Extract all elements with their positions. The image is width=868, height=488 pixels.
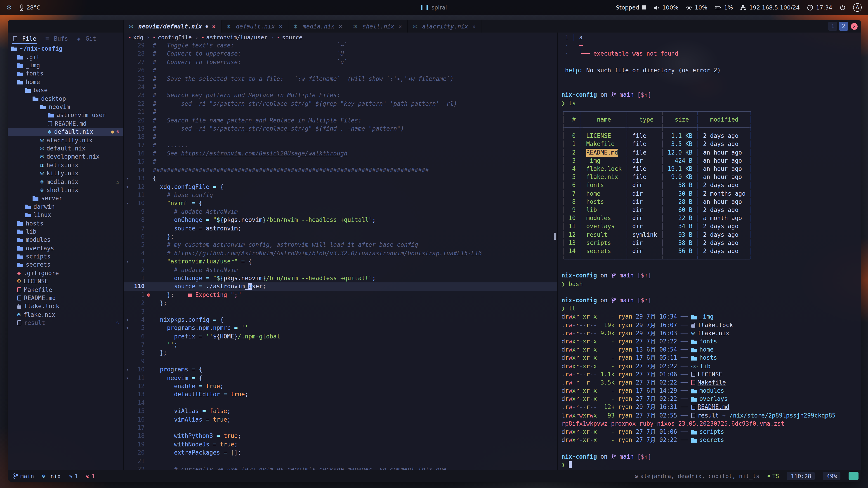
code-token: ########################################… bbox=[153, 167, 429, 173]
buffer-tab-default.nix[interactable]: ❄default.nix× bbox=[221, 20, 288, 33]
breadcrumb-seg-xdg[interactable]: ▪xdg bbox=[128, 34, 143, 40]
battery-widget[interactable]: 1% bbox=[715, 4, 733, 11]
tree-item-astronvim_user[interactable]: astronvim_user bbox=[8, 111, 123, 119]
tree-root[interactable]: ~/nix-config bbox=[8, 44, 123, 53]
field-icon: ▪ bbox=[128, 35, 131, 39]
close-buffer-button[interactable]: × bbox=[279, 23, 283, 30]
perm-char: x bbox=[593, 387, 597, 395]
prompt-chevron: ❯ bbox=[561, 280, 568, 288]
md-icon bbox=[48, 121, 52, 126]
tree-item-README.md[interactable]: README.md bbox=[8, 119, 123, 128]
perm-char: r bbox=[576, 379, 579, 387]
line-number: 9 bbox=[131, 357, 145, 366]
tree-item-default.nix[interactable]: ❄default.nix bbox=[8, 144, 123, 153]
tree-item-helix.nix[interactable]: ≋helix.nix bbox=[8, 161, 123, 169]
tree-item-server[interactable]: server bbox=[8, 194, 123, 202]
t-tbl: │ bbox=[749, 198, 753, 206]
code-token: withNodeJs bbox=[174, 441, 210, 448]
terminal-pane[interactable]: 1 │ a · ┬ · ╰── executable was not found… bbox=[558, 33, 861, 470]
git-branch[interactable]: main bbox=[13, 473, 34, 479]
tree-item-shell.nix[interactable]: ❄shell.nix bbox=[8, 186, 123, 194]
tabpage-1[interactable]: 1 bbox=[828, 22, 837, 31]
tree-item-neovim[interactable]: neovim bbox=[8, 103, 123, 111]
tree-item-development.nix[interactable]: ❄development.nix bbox=[8, 153, 123, 161]
tree-item-flake.nix[interactable]: ❄flake.nix bbox=[8, 311, 123, 319]
close-window-button[interactable]: × bbox=[851, 23, 858, 30]
brightness-widget[interactable]: 10% bbox=[686, 4, 708, 11]
code-token: { bbox=[220, 183, 223, 190]
neotree-source-Bufs[interactable]: ≡Bufs bbox=[44, 34, 69, 43]
tree-item-lib[interactable]: lib bbox=[8, 227, 123, 236]
close-buffer-button[interactable]: × bbox=[339, 23, 342, 30]
tree-item-result[interactable]: result⊙ bbox=[8, 319, 123, 327]
clock-widget[interactable]: 17:34 bbox=[807, 4, 832, 11]
tree-item-_img[interactable]: _img bbox=[8, 61, 123, 70]
t-dim: · bbox=[561, 50, 579, 58]
scrollbar-thumb[interactable] bbox=[554, 233, 556, 240]
table-cell: an hour ago bbox=[703, 149, 745, 157]
table-cell: dir bbox=[632, 190, 657, 198]
code-token: astronvim bbox=[206, 225, 238, 232]
tree-item-kitty.nix[interactable]: ❄kitty.nix bbox=[8, 169, 123, 177]
nix-logo-icon[interactable]: ❄ bbox=[6, 3, 12, 11]
tree-item-LICENSE[interactable]: ©LICENSE bbox=[8, 277, 123, 286]
tree-item-secrets[interactable]: secrets bbox=[8, 261, 123, 269]
keyboard-layout-indicator[interactable]: A bbox=[853, 3, 862, 12]
neotree-source-Git[interactable]: ◈Git bbox=[76, 34, 97, 43]
pause-icon[interactable] bbox=[421, 5, 428, 10]
buffer-tab-media.nix[interactable]: ❄media.nix× bbox=[288, 20, 348, 33]
line-number: 16 bbox=[131, 150, 145, 158]
diagnostic-errors[interactable]: ⊗1 bbox=[86, 473, 95, 479]
code-area[interactable]: 29 # Toggle text's case: `~` 28 # Conver… bbox=[124, 41, 557, 470]
neotree-source-File[interactable]: File bbox=[12, 34, 37, 43]
volume-widget[interactable]: 100% bbox=[653, 4, 679, 11]
tree-item-.gitignore[interactable]: ◈.gitignore bbox=[8, 269, 123, 277]
power-widget[interactable] bbox=[839, 4, 846, 11]
diagnostic-hints[interactable]: ✎1 bbox=[69, 473, 78, 479]
fold-marker bbox=[124, 274, 131, 283]
tree-item-scripts[interactable]: scripts bbox=[8, 252, 123, 261]
tree-item-home[interactable]: home bbox=[8, 78, 123, 86]
nix-icon: ❄ bbox=[293, 23, 297, 30]
perm-char: d bbox=[561, 428, 565, 436]
sign-column bbox=[145, 92, 153, 100]
breadcrumb-seg-configFile[interactable]: ▪configFile bbox=[153, 34, 192, 40]
close-buffer-button[interactable]: × bbox=[472, 23, 476, 30]
lsp-clients: ⚙alejandra, deadnix, copilot, nil_ls bbox=[635, 473, 760, 479]
tree-item-media.nix[interactable]: ❄media.nix⚠ bbox=[8, 177, 123, 186]
table-row: │ 5 │ flake.nix │ file │ 9.0 KB │ an hou… bbox=[561, 173, 861, 181]
table-cell: dir bbox=[632, 239, 657, 247]
tree-item-flake.lock[interactable]: flake.lock bbox=[8, 302, 123, 311]
tree-item-README.md[interactable]: README.md bbox=[8, 294, 123, 302]
tree-item-modules[interactable]: modules bbox=[8, 236, 123, 244]
tree-item-darwin[interactable]: darwin bbox=[8, 202, 123, 211]
file-owner: ryan bbox=[615, 362, 632, 370]
tree-item-linux[interactable]: linux bbox=[8, 211, 123, 219]
tree-item-hosts[interactable]: hosts bbox=[8, 219, 123, 228]
buffer-tab-alacritty.nix[interactable]: ❄alacritty.nix× bbox=[408, 20, 482, 33]
close-buffer-button[interactable]: × bbox=[212, 23, 216, 30]
tree-item-overlays[interactable]: overlays bbox=[8, 244, 123, 252]
tree-item-fonts[interactable]: fonts bbox=[8, 70, 123, 78]
tree-item-alacritty.nix[interactable]: ❄alacritty.nix bbox=[8, 136, 123, 144]
nix-icon: ❄ bbox=[48, 128, 52, 135]
breadcrumb-seg-astronvim/lua/user[interactable]: ▪astronvim/lua/user bbox=[202, 34, 268, 40]
breadcrumb-seg-source[interactable]: ▪source bbox=[277, 34, 302, 40]
network-widget[interactable]: 192.168.5.100/24 bbox=[740, 4, 800, 11]
close-buffer-button[interactable]: × bbox=[398, 23, 402, 30]
temperature-widget[interactable]: 28°C bbox=[18, 4, 40, 11]
buffer-tab-shell.nix[interactable]: ❄shell.nix× bbox=[348, 20, 408, 33]
tree-item-.git[interactable]: .git bbox=[8, 53, 123, 61]
tree-item-Makefile[interactable]: Makefile bbox=[8, 286, 123, 294]
code-line: 6 }; bbox=[124, 233, 557, 241]
editor-pane[interactable]: ▪xdg›▪configFile›▪astronvim/lua/user›▪so… bbox=[124, 33, 558, 470]
tree-item-base[interactable]: base bbox=[8, 86, 123, 94]
t-tbl: │ bbox=[625, 198, 632, 206]
buffer-tab-neovim/default.nix[interactable]: ❄neovim/default.nix●× bbox=[124, 20, 221, 33]
tabpage-2[interactable]: 2 bbox=[839, 22, 848, 31]
code-token: prefix bbox=[174, 333, 195, 339]
media-status-widget[interactable]: Stopped bbox=[616, 4, 646, 11]
tree-item-default.nix[interactable]: ❄default.nix●⊗ bbox=[8, 128, 123, 136]
tree-item-desktop[interactable]: desktop bbox=[8, 94, 123, 103]
code-token bbox=[153, 192, 167, 198]
